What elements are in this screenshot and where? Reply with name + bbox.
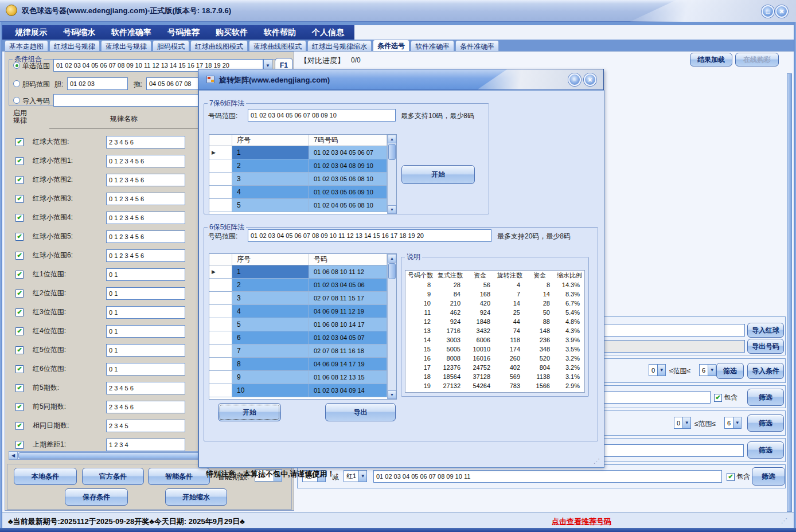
local-condition-button[interactable]: 本地条件 [14,468,77,485]
smart-condition-button[interactable]: 智能条件 [148,468,210,485]
table-row[interactable]: 3 01 02 03 05 06 08 10 [209,173,396,186]
recommended-numbers-link[interactable]: 点击查看推荐号码 [552,517,611,527]
rule-value-input[interactable]: 0 1 [106,287,185,300]
table-row[interactable]: 8 04 06 09 14 17 19 [209,358,396,371]
range-max-select[interactable]: 6▼ [724,417,742,429]
import-numbers-radio[interactable] [13,97,20,104]
rule-checkbox[interactable] [15,403,24,411]
range-max-select[interactable]: 6▼ [699,364,716,376]
tab[interactable]: 蓝球曲线图模式 [249,40,306,52]
red1-select-b[interactable]: 红1▼ [344,470,367,482]
rule-value-input[interactable]: 2 3 4 5 6 [106,136,185,148]
include-checkbox[interactable] [714,394,722,402]
rule-value-input[interactable]: 2 3 4 5 6 [106,401,185,413]
table-row[interactable]: 1 01 06 08 10 11 12 [209,265,396,279]
rule-checkbox[interactable] [15,290,24,298]
rule-checkbox[interactable] [15,346,24,354]
chevron-down-icon[interactable]: ▼ [733,417,741,428]
rule-value-input[interactable]: 0 1 2 3 4 5 6 [106,193,185,205]
chevron-down-icon[interactable]: ▼ [657,365,665,375]
dan-range-radio[interactable] [13,80,20,87]
table-row[interactable]: 4 01 02 03 05 06 09 10 [209,186,396,199]
dialog-resize-grip[interactable]: ⋰ [594,457,600,465]
filter-button[interactable]: 筛选 [752,467,785,486]
filter-button[interactable]: 筛选 [747,441,784,459]
rule-checkbox[interactable] [15,365,24,373]
rule-checkbox[interactable] [15,384,24,392]
rule-value-input[interactable]: 0 1 2 3 4 5 6 [106,155,185,167]
scrollbar-thumb[interactable] [388,263,396,279]
menu-item[interactable]: 号码推荐 [159,28,208,38]
rule-checkbox[interactable] [15,308,24,316]
rule-value-input[interactable]: 0 1 2 3 4 5 6 [106,212,185,224]
rule-checkbox[interactable] [15,176,24,184]
menu-item[interactable]: 个人信息 [304,28,352,38]
tab[interactable]: 基本走趋图 [5,40,48,52]
tab[interactable]: 软件准确率 [411,40,454,52]
table-row[interactable]: 1 01 02 03 04 05 06 07 [209,146,396,159]
rule-checkbox[interactable] [15,233,24,241]
right-scroll-strip[interactable] [787,73,792,512]
table-row[interactable]: 2 01 02 03 04 05 06 [209,279,396,292]
rule-checkbox[interactable] [15,157,24,165]
filter-button[interactable]: 筛选 [716,363,744,379]
rule-checkbox[interactable] [15,271,24,279]
tab[interactable]: 红球出号规律 [49,40,100,52]
tab[interactable]: 条件选号 [373,40,409,52]
scroll-down-icon[interactable]: ▼ [388,390,396,399]
export-button[interactable]: 导出 [325,403,396,421]
rule-checkbox[interactable] [15,441,24,449]
dialog-minimize-button[interactable]: − [568,73,581,86]
matrix6-range-input[interactable]: 01 02 03 04 05 06 07 08 09 10 11 12 13 1… [248,229,491,242]
rule-checkbox[interactable] [15,195,24,203]
rule-checkbox[interactable] [15,214,24,222]
tab[interactable]: 红球出号规律缩水 [307,40,372,52]
chevron-down-icon[interactable]: ▼ [708,365,716,375]
scroll-left-icon[interactable]: ◀ [9,452,18,459]
rule-checkbox[interactable] [15,422,24,430]
dialog-title-bar[interactable]: 旋转矩阵(www.edengjiang.com) − ✕ [198,69,603,90]
rule-checkbox[interactable] [15,138,24,146]
chevron-down-icon[interactable]: ▼ [358,471,366,482]
dan-input[interactable]: 01 02 03 [67,77,128,90]
filter-button[interactable]: 筛选 [747,414,784,432]
menu-item[interactable]: 规律展示 [7,28,55,38]
tab[interactable]: 蓝球出号规律 [101,40,151,52]
rule-value-input[interactable]: 0 1 [106,306,185,319]
rule-value-input[interactable]: 0 1 [106,268,185,281]
rule-value-input[interactable]: 0 1 [106,325,185,338]
rule-value-input[interactable]: 1 2 3 4 [106,439,185,451]
table-row[interactable]: 6 01 02 03 04 05 07 [209,331,396,345]
table-row[interactable]: 5 01 06 08 10 14 17 [209,318,396,331]
rule-value-input[interactable]: 0 1 [106,344,185,357]
range-min-select[interactable]: 0▼ [674,417,691,429]
rule-value-input[interactable]: 2 3 4 5 [106,420,185,432]
range-min-select[interactable]: 0▼ [649,364,666,376]
subtract-values-input[interactable]: 01 02 03 04 05 06 07 08 09 10 11 [373,470,722,483]
import-red-button[interactable]: 导入红球 [747,323,784,338]
rule-value-input[interactable]: 0 1 2 3 4 5 6 [106,230,185,243]
table-row[interactable]: 7 02 07 08 11 16 18 [209,345,396,358]
include-checkbox[interactable] [727,473,735,481]
window-resize-grip[interactable]: ⋰ [781,517,788,525]
official-condition-button[interactable]: 官方条件 [82,468,144,485]
tab[interactable]: 胆码模式 [153,40,189,52]
table-row[interactable]: 9 01 06 08 12 13 15 [209,371,396,384]
scrollbar-thumb[interactable] [388,144,396,160]
tab[interactable]: 红球曲线图模式 [190,40,248,52]
scroll-up-icon[interactable]: ▲ [388,135,396,143]
menu-item[interactable]: 软件帮助 [256,28,304,38]
table-row[interactable]: 2 01 02 03 04 08 09 10 [209,159,396,173]
import-condition-button[interactable]: 导入条件 [747,363,784,379]
filter-button[interactable]: 筛选 [747,389,784,406]
load-results-button[interactable]: 结果加载 [690,53,732,66]
single-range-radio[interactable] [13,62,20,69]
rule-checkbox[interactable] [15,252,24,260]
rule-value-input[interactable]: 0 1 [106,363,185,375]
dialog-close-button[interactable]: ✕ [584,73,596,86]
matrix6-start-button[interactable]: 开始 [218,403,281,421]
scroll-up-icon[interactable]: ▲ [388,254,396,263]
menu-item[interactable]: 软件准确率 [103,28,159,38]
tab[interactable]: 条件准确率 [455,40,499,52]
table-row[interactable]: 3 02 07 08 11 15 17 [209,292,396,305]
